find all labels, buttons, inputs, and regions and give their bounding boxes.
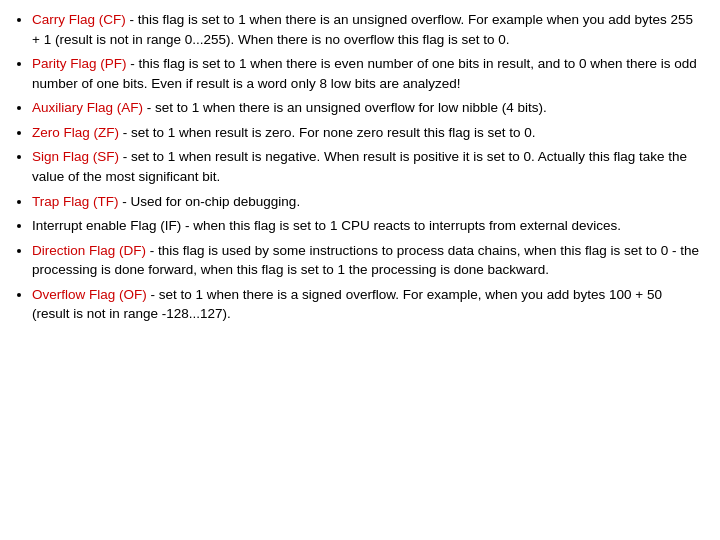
list-item: Zero Flag (ZF) - set to 1 when result is… bbox=[32, 123, 702, 143]
list-item: Carry Flag (CF) - this flag is set to 1 … bbox=[32, 10, 702, 49]
list-item: Auxiliary Flag (AF) - set to 1 when ther… bbox=[32, 98, 702, 118]
flag-name-highlight: Carry Flag (CF) bbox=[32, 12, 126, 27]
list-item: Overflow Flag (OF) - set to 1 when there… bbox=[32, 285, 702, 324]
flag-name-highlight: Direction Flag (DF) bbox=[32, 243, 146, 258]
flag-name-highlight: Trap Flag (TF) bbox=[32, 194, 119, 209]
flag-name-highlight: Auxiliary Flag (AF) bbox=[32, 100, 143, 115]
flag-name-highlight: Parity Flag (PF) bbox=[32, 56, 127, 71]
list-item: Parity Flag (PF) - this flag is set to 1… bbox=[32, 54, 702, 93]
flag-name-highlight: Overflow Flag (OF) bbox=[32, 287, 147, 302]
flags-list: Carry Flag (CF) - this flag is set to 1 … bbox=[10, 10, 702, 324]
list-item: Sign Flag (SF) - set to 1 when result is… bbox=[32, 147, 702, 186]
list-item: Direction Flag (DF) - this flag is used … bbox=[32, 241, 702, 280]
flag-name-highlight: Sign Flag (SF) bbox=[32, 149, 119, 164]
list-item: Trap Flag (TF) - Used for on-chip debugg… bbox=[32, 192, 702, 212]
flag-name-highlight: Zero Flag (ZF) bbox=[32, 125, 119, 140]
list-item: Interrupt enable Flag (IF) - when this f… bbox=[32, 216, 702, 236]
